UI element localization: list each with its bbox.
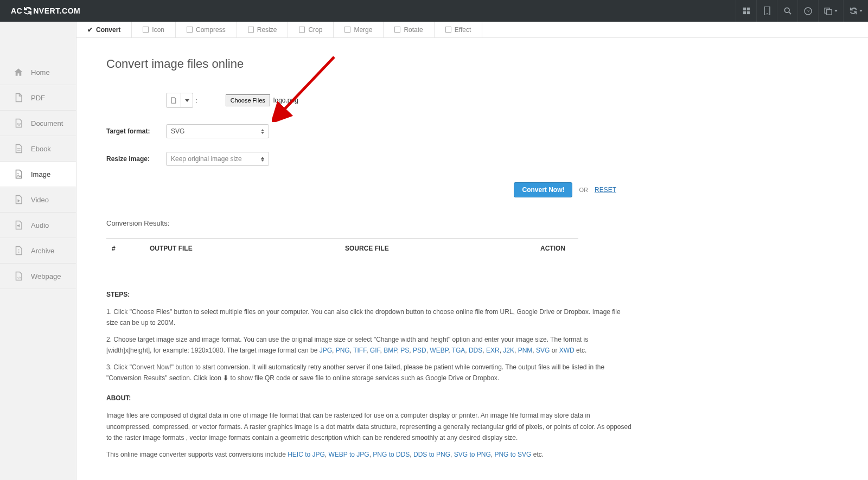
svg-rect-3: [746, 11, 749, 14]
sync-icon: [23, 7, 32, 15]
step-1: 1. Click "Choose Files" button to select…: [106, 306, 633, 329]
main: ✔Convert Icon Compress Resize Crop Merge…: [76, 22, 868, 480]
about-heading: ABOUT:: [106, 394, 633, 402]
sidebar-item-pdf[interactable]: PDF: [0, 85, 76, 111]
format-link[interactable]: GIF: [370, 347, 380, 354]
results-heading: Conversion Results:: [106, 219, 633, 227]
format-link[interactable]: J2K: [503, 347, 514, 354]
topbar: AC NVERT.COM ?: [0, 0, 868, 22]
conversion-link[interactable]: PNG to SVG: [494, 451, 531, 458]
reset-link[interactable]: RESET: [595, 186, 616, 194]
svg-point-15: [17, 173, 18, 174]
svg-point-6: [784, 8, 789, 12]
format-link[interactable]: JPG: [320, 347, 332, 354]
updown-icon: [261, 129, 264, 134]
sidebar-item-document[interactable]: WDocument: [0, 111, 76, 136]
about-p2: This online image converter supports vas…: [106, 449, 633, 460]
sidebar-item-webpage[interactable]: </>Webpage: [0, 264, 76, 289]
checkbox-icon: [394, 27, 400, 33]
grid-icon[interactable]: [736, 0, 756, 22]
step-2: 2. Choose target image size and image fo…: [106, 334, 633, 356]
download-icon: ⬇: [223, 374, 228, 382]
selected-filename: logo.png: [273, 97, 298, 104]
tab-resize[interactable]: Resize: [237, 22, 289, 37]
svg-text:?: ?: [807, 9, 809, 14]
format-link[interactable]: BMP: [384, 347, 397, 354]
sidebar-item-audio[interactable]: Audio: [0, 213, 76, 238]
refresh-dropdown[interactable]: [843, 0, 868, 22]
svg-line-7: [789, 12, 791, 14]
resize-label: Resize image:: [106, 155, 166, 163]
format-link[interactable]: XWD: [559, 347, 575, 354]
col-num: #: [106, 245, 150, 252]
conversion-link[interactable]: DDS to PNG: [413, 451, 450, 458]
choose-files-button[interactable]: Choose Files: [226, 94, 270, 106]
steps-heading: STEPS:: [106, 291, 633, 298]
format-link[interactable]: TIFF: [353, 347, 366, 354]
tab-rotate[interactable]: Rotate: [384, 22, 434, 37]
svg-rect-2: [743, 11, 745, 14]
conversion-link[interactable]: WEBP to JPG: [329, 451, 369, 458]
resize-select[interactable]: Keep original image size: [166, 152, 269, 166]
checkbox-icon: [187, 27, 193, 33]
conversion-link[interactable]: HEIC to JPG: [288, 451, 325, 458]
format-link[interactable]: PSD: [413, 347, 426, 354]
col-source: SOURCE FILE: [345, 245, 540, 252]
checkbox-icon: [445, 27, 451, 33]
conversion-link[interactable]: PNG to DDS: [373, 451, 410, 458]
checkbox-icon: [299, 27, 305, 33]
format-link[interactable]: SVG: [536, 347, 550, 354]
tab-convert[interactable]: ✔Convert: [76, 22, 132, 37]
target-format-select[interactable]: SVG: [166, 124, 269, 138]
svg-rect-11: [827, 9, 832, 14]
format-link[interactable]: EXR: [486, 347, 500, 354]
tab-compress[interactable]: Compress: [176, 22, 237, 37]
tab-merge[interactable]: Merge: [334, 22, 384, 37]
svg-point-5: [767, 13, 768, 14]
tab-effect[interactable]: Effect: [435, 22, 482, 37]
svg-text:W: W: [17, 123, 21, 126]
or-text: OR: [579, 187, 588, 193]
format-link[interactable]: PNM: [518, 347, 533, 354]
sidebar-item-home[interactable]: Home: [0, 60, 76, 85]
brand[interactable]: AC NVERT.COM: [11, 7, 80, 15]
format-link[interactable]: PNG: [336, 347, 350, 354]
format-link[interactable]: TGA: [452, 347, 465, 354]
page-title: Convert image files online: [106, 57, 633, 71]
sidebar-item-archive[interactable]: Archive: [0, 238, 76, 264]
about-section: ABOUT: Image files are composed of digit…: [106, 394, 633, 460]
conversion-link[interactable]: SVG to PNG: [454, 451, 491, 458]
format-link[interactable]: DDS: [469, 347, 482, 354]
mobile-icon[interactable]: [756, 0, 777, 22]
checkbox-icon: [143, 27, 149, 33]
help-icon[interactable]: ?: [797, 0, 818, 22]
brand-left: AC: [11, 7, 22, 15]
tab-icon[interactable]: Icon: [132, 22, 176, 37]
format-link[interactable]: WEBP: [430, 347, 448, 354]
sidebar: Home PDF WDocument Ebook Image Video Aud…: [0, 22, 76, 480]
results-table: # OUTPUT FILE SOURCE FILE ACTION: [106, 238, 578, 258]
caret-down-icon: [185, 99, 189, 102]
local-file-button[interactable]: [166, 93, 181, 108]
svg-rect-0: [743, 8, 745, 10]
check-icon: ✔: [87, 26, 93, 34]
brand-right: NVERT.COM: [33, 7, 80, 15]
search-icon[interactable]: [777, 0, 797, 22]
checkbox-icon: [344, 27, 350, 33]
col-output: OUTPUT FILE: [150, 245, 345, 252]
language-dropdown[interactable]: [818, 0, 843, 22]
about-p1: Image files are composed of digital data…: [106, 410, 633, 443]
sidebar-item-image[interactable]: Image: [0, 162, 76, 187]
format-link[interactable]: PS: [400, 347, 409, 354]
step-3: 3. Click "Convert Now!" button to start …: [106, 362, 633, 384]
svg-text:</>: </>: [17, 276, 22, 279]
tabs: ✔Convert Icon Compress Resize Crop Merge…: [76, 22, 868, 38]
sidebar-item-ebook[interactable]: Ebook: [0, 136, 76, 162]
sidebar-item-video[interactable]: Video: [0, 187, 76, 213]
svg-rect-1: [746, 8, 749, 10]
file-source-dropdown[interactable]: [181, 93, 193, 108]
convert-now-button[interactable]: Convert Now!: [514, 182, 572, 197]
updown-icon: [261, 157, 264, 162]
tab-crop[interactable]: Crop: [288, 22, 334, 37]
checkbox-icon: [248, 27, 254, 33]
